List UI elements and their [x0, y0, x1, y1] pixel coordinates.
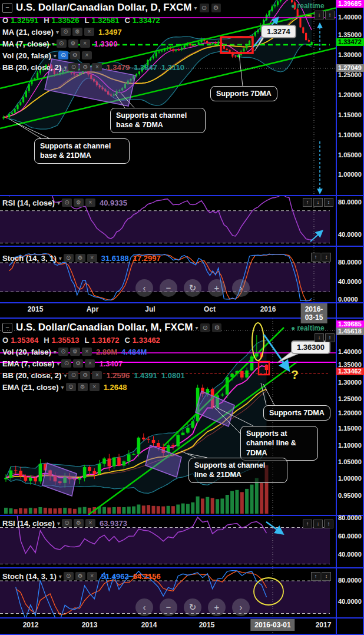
- zoom-out-icon[interactable]: −: [160, 279, 177, 297]
- eye-icon[interactable]: ⊙: [61, 359, 71, 368]
- close-icon[interactable]: ×: [85, 519, 95, 527]
- chevron-down-icon[interactable]: ▾: [194, 5, 197, 11]
- indicator-label[interactable]: Vol (20, false): [2, 348, 51, 356]
- indicator-label[interactable]: RSI (14, close): [2, 519, 55, 528]
- chevron-right-icon[interactable]: ›: [232, 279, 250, 297]
- zoom-in-icon[interactable]: +: [208, 279, 226, 297]
- chevron-down-icon[interactable]: ▾: [57, 361, 59, 367]
- pane-separator[interactable]: [0, 195, 364, 196]
- up-arrow-button[interactable]: ↑: [311, 253, 320, 262]
- eye-icon[interactable]: ⊙: [62, 199, 72, 207]
- indicator-label[interactable]: EMA (21, close): [2, 383, 59, 392]
- indicator-label[interactable]: MA (7, close): [2, 39, 49, 48]
- close-icon[interactable]: ×: [85, 359, 95, 368]
- gear-icon[interactable]: ⚙: [74, 199, 84, 207]
- pane-separator[interactable]: [0, 515, 364, 516]
- updown-arrow-button[interactable]: ↕: [322, 253, 331, 262]
- eye-icon[interactable]: ⊙: [61, 28, 71, 36]
- pane-separator[interactable]: [0, 567, 364, 568]
- eye-icon[interactable]: ⊙: [57, 39, 67, 48]
- gear-icon[interactable]: ⚙: [80, 371, 90, 379]
- updown-arrow-button[interactable]: ↕: [325, 333, 335, 342]
- compare-icon[interactable]: ⊙: [200, 4, 209, 12]
- chevron-down-icon[interactable]: ▾: [57, 520, 60, 527]
- close-icon[interactable]: ×: [85, 199, 95, 207]
- gear-icon[interactable]: ⚙: [212, 323, 221, 332]
- chevron-down-icon[interactable]: ▾: [52, 41, 55, 47]
- close-icon[interactable]: ×: [92, 371, 102, 379]
- chevron-left-icon[interactable]: ‹: [135, 598, 153, 616]
- down-arrow-button[interactable]: ↓: [313, 520, 323, 528]
- eye-icon[interactable]: ⊙: [58, 51, 68, 59]
- gear-icon[interactable]: ⚙: [78, 383, 88, 391]
- daily-symbol-title[interactable]: U.S. Dollar/Canadian Dollar, D, FXCM: [16, 2, 192, 14]
- close-icon[interactable]: ×: [82, 51, 92, 59]
- indicator-label[interactable]: EMA (7, close): [2, 359, 54, 368]
- chevron-right-icon[interactable]: ›: [232, 598, 250, 616]
- daily-title-row[interactable]: −U.S. Dollar/Canadian Dollar, D, FXCM▾⊙⚙: [2, 1, 221, 14]
- chevron-down-icon[interactable]: ▾: [56, 29, 59, 35]
- eye-icon[interactable]: ⊙: [68, 63, 78, 71]
- indicator-label[interactable]: BB (20, close, 2): [2, 63, 61, 72]
- down-arrow-drawing[interactable]: [264, 335, 289, 370]
- zoom-out-icon[interactable]: −: [160, 598, 177, 616]
- zoom-in-icon[interactable]: +: [208, 598, 226, 616]
- compare-icon[interactable]: ⊙: [200, 323, 210, 332]
- gear-icon[interactable]: ⚙: [73, 359, 83, 368]
- gear-icon[interactable]: ⚙: [70, 348, 80, 356]
- pane-separator[interactable]: [0, 246, 364, 247]
- gear-icon[interactable]: ⚙: [72, 28, 82, 36]
- indicator-label[interactable]: Stoch (14, 3, 1): [2, 572, 57, 581]
- eye-icon[interactable]: ⊙: [58, 348, 68, 356]
- time-axis-daily[interactable]: 2015AprJulOct20162016-03-15: [0, 303, 336, 318]
- collapse-icon[interactable]: −: [2, 3, 12, 13]
- up-arrow-button[interactable]: ↑: [303, 520, 312, 528]
- close-icon[interactable]: ×: [80, 39, 90, 48]
- down-arrow-button[interactable]: ↓: [315, 11, 324, 19]
- chevron-down-icon[interactable]: ▾: [54, 349, 57, 355]
- chevron-down-icon[interactable]: ▾: [59, 573, 62, 580]
- indicator-label[interactable]: MA (21, close): [2, 28, 54, 37]
- indicator-label[interactable]: Vol (20, false): [2, 51, 51, 60]
- chevron-down-icon[interactable]: ▾: [61, 384, 64, 391]
- updown-arrow-button[interactable]: ↕: [324, 520, 333, 528]
- chevron-down-icon[interactable]: ▾: [195, 325, 198, 331]
- eye-icon[interactable]: ⊙: [68, 371, 78, 379]
- up-arrow-button[interactable]: ↑: [311, 572, 320, 581]
- eye-icon[interactable]: ⊙: [64, 572, 74, 580]
- close-icon[interactable]: ×: [90, 383, 100, 391]
- down-arrow-button[interactable]: ↓: [315, 333, 324, 342]
- chevron-down-icon[interactable]: ▾: [64, 64, 67, 71]
- chevron-down-icon[interactable]: ▾: [59, 255, 62, 262]
- gear-icon[interactable]: ⚙: [68, 39, 78, 48]
- gear-icon[interactable]: ⚙: [74, 519, 84, 527]
- close-icon[interactable]: ×: [82, 348, 92, 356]
- chevron-left-icon[interactable]: ‹: [135, 279, 153, 297]
- updown-arrow-button[interactable]: ↕: [325, 11, 335, 19]
- indicator-label[interactable]: Stoch (14, 3, 1): [2, 254, 57, 263]
- close-icon[interactable]: ×: [87, 254, 97, 262]
- updown-arrow-button[interactable]: ↕: [324, 198, 333, 207]
- collapse-icon[interactable]: −: [2, 323, 12, 333]
- gear-icon[interactable]: ⚙: [75, 254, 85, 262]
- updown-arrow-button[interactable]: ↕: [322, 572, 331, 581]
- gear-icon[interactable]: ⚙: [75, 572, 85, 580]
- reset-icon[interactable]: ↻: [184, 598, 201, 616]
- down-arrow-button[interactable]: ↓: [313, 198, 323, 207]
- eye-icon[interactable]: ⊙: [64, 254, 74, 262]
- close-icon[interactable]: ×: [92, 63, 102, 71]
- chevron-down-icon[interactable]: ▾: [54, 52, 57, 59]
- chevron-down-icon[interactable]: ▾: [64, 372, 67, 379]
- reset-icon[interactable]: ↻: [184, 279, 201, 297]
- close-icon[interactable]: ×: [87, 572, 97, 580]
- eye-icon[interactable]: ⊙: [66, 383, 76, 391]
- red-highlight-box[interactable]: [221, 37, 253, 53]
- chevron-down-icon[interactable]: ▾: [57, 200, 60, 206]
- close-icon[interactable]: ×: [84, 28, 94, 36]
- gear-icon[interactable]: ⚙: [80, 63, 90, 71]
- gear-icon[interactable]: ⚙: [211, 4, 221, 12]
- time-axis-monthly[interactable]: 201220132014201520172016-03-01: [0, 619, 336, 634]
- up-arrow-button[interactable]: ↑: [303, 198, 312, 207]
- indicator-label[interactable]: BB (20, close, 2): [2, 371, 61, 380]
- eye-icon[interactable]: ⊙: [62, 519, 72, 527]
